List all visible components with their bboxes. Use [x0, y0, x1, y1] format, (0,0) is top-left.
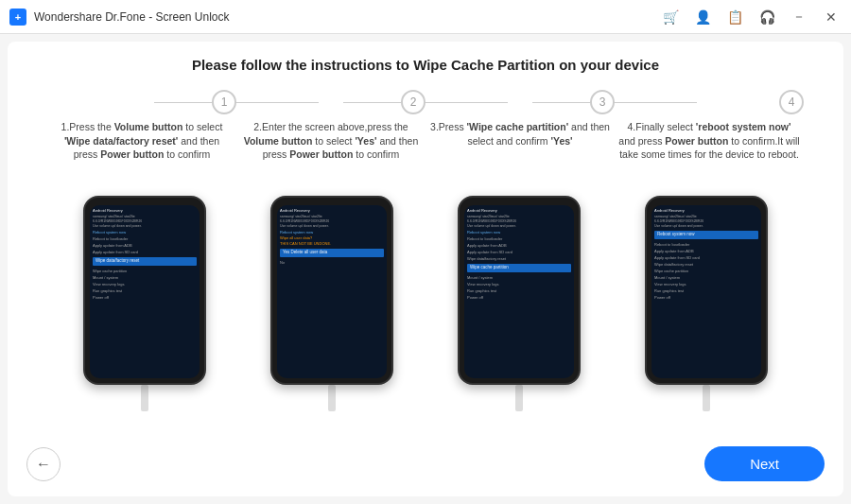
phones-area: Android Recovery samsung/ star2lteuc/ st… [26, 173, 825, 433]
next-button[interactable]: Next [704, 446, 825, 481]
app-title: Wondershare Dr.Fone - Screen Unlock [34, 10, 660, 24]
back-button[interactable]: ← [26, 447, 61, 481]
phone-1-cable [141, 385, 148, 411]
phone-4-cable [703, 385, 710, 411]
step-bar: 1 1.Press the Volume button to select 'W… [26, 90, 825, 162]
close-icon[interactable]: ✕ [821, 7, 842, 27]
step-2: 2 2.Enter the screen above,press the Vol… [236, 90, 426, 162]
cart-icon[interactable]: 🛒 [660, 7, 681, 27]
step-1-text: 1.Press the Volume button to select 'Wip… [47, 120, 236, 162]
phone-3-screen: Android Recovery samsung/ star2lteuc/ st… [464, 205, 574, 378]
step-3-text: 3.Press 'Wipe cache partition' and then … [426, 120, 615, 148]
step-1: 1 1.Press the Volume button to select 'W… [47, 90, 236, 162]
minimize-icon[interactable]: － [789, 7, 809, 27]
page-title: Please follow the instructions to Wipe C… [26, 57, 825, 73]
step-2-text: 2.Enter the screen above,press the Volum… [236, 120, 426, 162]
phone-2: Android Recovery samsung/ star2lteuc/ st… [270, 196, 393, 385]
help-icon[interactable]: 🎧 [756, 7, 777, 27]
account-icon[interactable]: 👤 [692, 7, 713, 27]
step-4-text: 4.Finally select 'reboot system now' and… [615, 120, 804, 162]
phone-3-cable [515, 385, 523, 411]
phone-1-wrapper: Android Recovery samsung/ star2lteuc/ st… [60, 196, 230, 411]
title-bar: + Wondershare Dr.Fone - Screen Unlock 🛒 … [0, 0, 851, 34]
file-icon[interactable]: 📋 [724, 7, 745, 27]
step-3: 3 3.Press 'Wipe cache partition' and the… [426, 90, 615, 148]
phone-2-screen: Android Recovery samsung/ star2lteuc/ st… [277, 205, 387, 378]
window-controls: 🛒 👤 📋 🎧 － ✕ [660, 7, 842, 27]
phone-1-screen: Android Recovery samsung/ star2lteuc/ st… [90, 205, 200, 378]
phone-4-screen: Android Recovery samsung/ star2lteuc/ st… [651, 205, 761, 378]
phone-4: Android Recovery samsung/ star2lteuc/ st… [645, 196, 768, 385]
phone-4-wrapper: Android Recovery samsung/ star2lteuc/ st… [621, 196, 791, 411]
phone-3-wrapper: Android Recovery samsung/ star2lteuc/ st… [434, 196, 604, 411]
bottom-bar: ← Next [26, 441, 825, 481]
step-4: 4 4.Finally select 'reboot system now' a… [615, 90, 804, 162]
phone-1: Android Recovery samsung/ star2lteuc/ st… [83, 196, 206, 385]
step-2-circle: 2 [401, 90, 426, 114]
main-content: Please follow the instructions to Wipe C… [8, 42, 843, 496]
step-3-circle: 3 [590, 90, 615, 114]
phone-2-wrapper: Android Recovery samsung/ star2lteuc/ st… [247, 196, 417, 411]
step-1-circle: 1 [212, 90, 236, 114]
step-4-circle: 4 [779, 90, 804, 114]
phone-3: Android Recovery samsung/ star2lteuc/ st… [458, 196, 581, 385]
phone-2-cable [328, 385, 336, 411]
app-logo: + [9, 9, 26, 26]
